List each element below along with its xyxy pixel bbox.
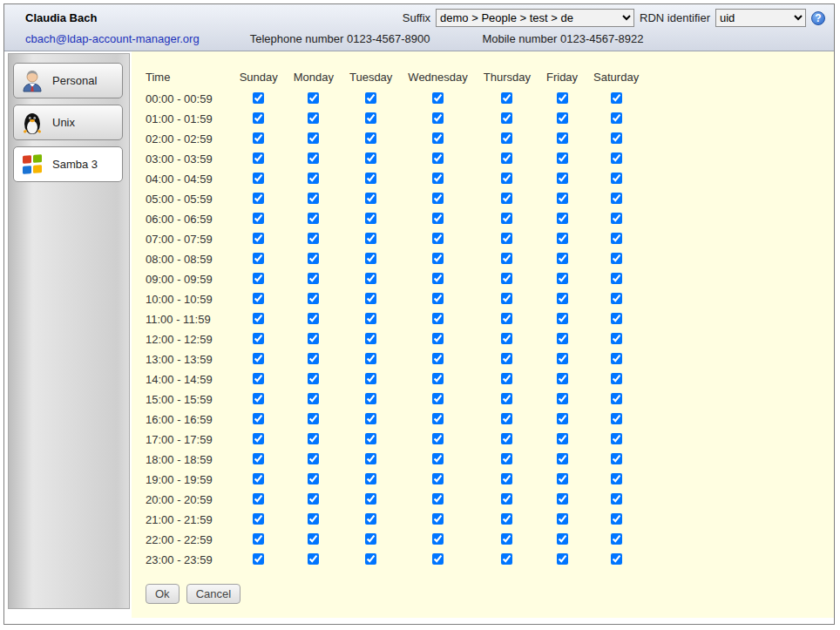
timeslot-checkbox-sunday[interactable] <box>253 173 264 184</box>
timeslot-checkbox-thursday[interactable] <box>501 193 512 204</box>
timeslot-checkbox-friday[interactable] <box>557 213 568 224</box>
timeslot-checkbox-wednesday[interactable] <box>432 333 444 344</box>
timeslot-checkbox-friday[interactable] <box>557 553 568 565</box>
ok-button[interactable]: Ok <box>146 584 180 604</box>
timeslot-checkbox-saturday[interactable] <box>611 132 622 144</box>
timeslot-checkbox-wednesday[interactable] <box>432 473 444 484</box>
timeslot-checkbox-sunday[interactable] <box>253 132 264 144</box>
timeslot-checkbox-sunday[interactable] <box>253 473 264 484</box>
timeslot-checkbox-tuesday[interactable] <box>365 453 376 464</box>
timeslot-checkbox-thursday[interactable] <box>501 313 512 324</box>
timeslot-checkbox-monday[interactable] <box>308 132 319 144</box>
timeslot-checkbox-monday[interactable] <box>308 112 319 124</box>
timeslot-checkbox-monday[interactable] <box>308 353 319 364</box>
timeslot-checkbox-sunday[interactable] <box>253 293 264 304</box>
timeslot-checkbox-saturday[interactable] <box>611 473 622 484</box>
timeslot-checkbox-monday[interactable] <box>308 152 319 164</box>
timeslot-checkbox-sunday[interactable] <box>253 313 264 324</box>
timeslot-checkbox-wednesday[interactable] <box>432 293 444 304</box>
timeslot-checkbox-tuesday[interactable] <box>365 373 376 384</box>
timeslot-checkbox-tuesday[interactable] <box>365 132 376 144</box>
email-link[interactable]: cbach@ldap-account-manager.org <box>25 32 200 45</box>
timeslot-checkbox-wednesday[interactable] <box>432 313 444 324</box>
timeslot-checkbox-wednesday[interactable] <box>432 132 444 144</box>
suffix-select[interactable]: demo > People > test > de <box>436 9 634 27</box>
timeslot-checkbox-thursday[interactable] <box>501 333 512 344</box>
timeslot-checkbox-thursday[interactable] <box>501 293 512 304</box>
timeslot-checkbox-thursday[interactable] <box>501 132 512 144</box>
timeslot-checkbox-sunday[interactable] <box>253 373 264 384</box>
timeslot-checkbox-monday[interactable] <box>308 553 319 565</box>
timeslot-checkbox-wednesday[interactable] <box>432 193 444 204</box>
timeslot-checkbox-monday[interactable] <box>308 433 319 444</box>
timeslot-checkbox-thursday[interactable] <box>501 413 512 424</box>
timeslot-checkbox-friday[interactable] <box>557 413 568 424</box>
timeslot-checkbox-tuesday[interactable] <box>365 253 376 264</box>
timeslot-checkbox-wednesday[interactable] <box>432 273 444 284</box>
timeslot-checkbox-saturday[interactable] <box>611 373 622 384</box>
timeslot-checkbox-thursday[interactable] <box>501 533 512 545</box>
timeslot-checkbox-saturday[interactable] <box>611 273 622 284</box>
timeslot-checkbox-thursday[interactable] <box>501 513 512 525</box>
timeslot-checkbox-tuesday[interactable] <box>365 513 376 525</box>
timeslot-checkbox-monday[interactable] <box>308 513 319 525</box>
timeslot-checkbox-tuesday[interactable] <box>365 152 376 164</box>
timeslot-checkbox-monday[interactable] <box>308 173 319 184</box>
timeslot-checkbox-saturday[interactable] <box>611 253 622 264</box>
timeslot-checkbox-thursday[interactable] <box>501 92 512 104</box>
timeslot-checkbox-thursday[interactable] <box>501 152 512 164</box>
timeslot-checkbox-monday[interactable] <box>308 413 319 424</box>
timeslot-checkbox-wednesday[interactable] <box>432 553 444 565</box>
timeslot-checkbox-friday[interactable] <box>557 313 568 324</box>
timeslot-checkbox-saturday[interactable] <box>611 533 622 545</box>
timeslot-checkbox-thursday[interactable] <box>501 553 512 565</box>
timeslot-checkbox-sunday[interactable] <box>253 193 264 204</box>
timeslot-checkbox-wednesday[interactable] <box>432 373 444 384</box>
timeslot-checkbox-saturday[interactable] <box>611 553 622 565</box>
timeslot-checkbox-friday[interactable] <box>557 293 568 304</box>
timeslot-checkbox-sunday[interactable] <box>253 333 264 344</box>
timeslot-checkbox-saturday[interactable] <box>611 393 622 404</box>
tab-personal[interactable]: Personal <box>13 63 123 98</box>
timeslot-checkbox-wednesday[interactable] <box>432 253 444 264</box>
timeslot-checkbox-thursday[interactable] <box>501 112 512 124</box>
rdn-identifier-select[interactable]: uid <box>715 9 806 27</box>
timeslot-checkbox-wednesday[interactable] <box>432 152 444 164</box>
timeslot-checkbox-saturday[interactable] <box>611 92 622 104</box>
timeslot-checkbox-friday[interactable] <box>557 273 568 284</box>
timeslot-checkbox-sunday[interactable] <box>253 353 264 364</box>
timeslot-checkbox-monday[interactable] <box>308 473 319 484</box>
timeslot-checkbox-monday[interactable] <box>308 333 319 344</box>
timeslot-checkbox-saturday[interactable] <box>611 513 622 525</box>
timeslot-checkbox-friday[interactable] <box>557 132 568 144</box>
timeslot-checkbox-tuesday[interactable] <box>365 233 376 244</box>
timeslot-checkbox-sunday[interactable] <box>253 393 264 404</box>
timeslot-checkbox-saturday[interactable] <box>611 453 622 464</box>
timeslot-checkbox-wednesday[interactable] <box>432 92 444 104</box>
timeslot-checkbox-thursday[interactable] <box>501 493 512 505</box>
timeslot-checkbox-sunday[interactable] <box>253 273 264 284</box>
timeslot-checkbox-monday[interactable] <box>308 453 319 464</box>
timeslot-checkbox-thursday[interactable] <box>501 453 512 464</box>
timeslot-checkbox-saturday[interactable] <box>611 353 622 364</box>
timeslot-checkbox-tuesday[interactable] <box>365 333 376 344</box>
timeslot-checkbox-friday[interactable] <box>557 513 568 525</box>
timeslot-checkbox-friday[interactable] <box>557 453 568 464</box>
timeslot-checkbox-tuesday[interactable] <box>365 433 376 444</box>
timeslot-checkbox-tuesday[interactable] <box>365 213 376 224</box>
timeslot-checkbox-friday[interactable] <box>557 253 568 264</box>
timeslot-checkbox-monday[interactable] <box>308 493 319 505</box>
timeslot-checkbox-sunday[interactable] <box>253 152 264 164</box>
timeslot-checkbox-tuesday[interactable] <box>365 493 376 505</box>
timeslot-checkbox-tuesday[interactable] <box>365 313 376 324</box>
timeslot-checkbox-sunday[interactable] <box>253 513 264 525</box>
timeslot-checkbox-saturday[interactable] <box>611 413 622 424</box>
timeslot-checkbox-wednesday[interactable] <box>432 233 444 244</box>
timeslot-checkbox-monday[interactable] <box>308 193 319 204</box>
timeslot-checkbox-tuesday[interactable] <box>365 413 376 424</box>
timeslot-checkbox-saturday[interactable] <box>611 433 622 444</box>
timeslot-checkbox-tuesday[interactable] <box>365 393 376 404</box>
timeslot-checkbox-tuesday[interactable] <box>365 273 376 284</box>
timeslot-checkbox-sunday[interactable] <box>253 213 264 224</box>
tab-unix[interactable]: Unix <box>13 105 123 140</box>
